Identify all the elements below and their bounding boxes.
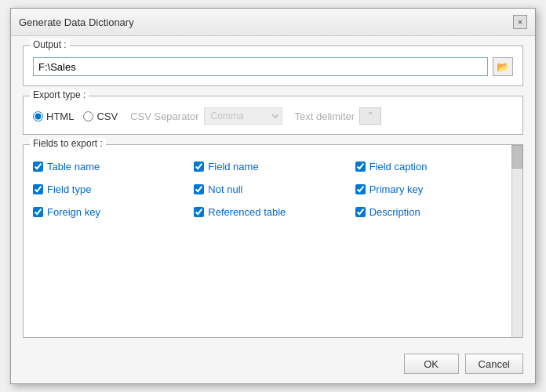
foreign-key-label: Foreign key <box>47 206 100 218</box>
description-checkbox[interactable] <box>355 207 366 217</box>
html-radio-label[interactable]: HTML <box>33 111 74 122</box>
format-radio-group: HTML CSV <box>33 111 118 122</box>
dialog-content: Output : 📂 Export type : HTML <box>11 36 535 347</box>
csv-radio-label[interactable]: CSV <box>83 111 118 122</box>
browse-folder-button[interactable]: 📂 <box>493 57 513 76</box>
field-caption-checkbox[interactable] <box>355 162 366 172</box>
description-label: Description <box>369 206 420 218</box>
scrollbar[interactable] <box>511 145 522 337</box>
table-name-label: Table name <box>47 161 100 172</box>
not-null-checkbox-label[interactable]: Not null <box>194 183 348 195</box>
title-bar: Generate Data Dictionary × <box>11 9 535 36</box>
csv-radio[interactable] <box>83 111 93 122</box>
output-row: 📂 <box>33 57 513 76</box>
scrollbar-thumb <box>511 145 522 169</box>
html-label: HTML <box>46 111 74 122</box>
export-type-content: HTML CSV CSV Separator Comma Text delimi… <box>33 107 513 125</box>
cancel-button[interactable]: Cancel <box>465 354 523 374</box>
export-type-label: Export type : <box>30 89 89 100</box>
close-button[interactable]: × <box>513 15 527 29</box>
field-type-checkbox[interactable] <box>33 184 43 194</box>
fields-export-group: Fields to export : Table name Field name… <box>23 144 523 338</box>
generate-data-dictionary-dialog: Generate Data Dictionary × Output : 📂 Ex… <box>10 8 536 384</box>
table-name-checkbox-label[interactable]: Table name <box>33 161 187 172</box>
referenced-table-checkbox-label[interactable]: Referenced table <box>194 206 348 218</box>
foreign-key-checkbox-label[interactable]: Foreign key <box>33 206 187 218</box>
foreign-key-checkbox[interactable] <box>33 207 43 217</box>
text-delimiter-group: Text delimiter <box>295 107 382 125</box>
field-type-checkbox-label[interactable]: Field type <box>33 183 187 195</box>
field-type-label: Field type <box>47 183 91 195</box>
referenced-table-checkbox[interactable] <box>194 207 204 217</box>
csv-separator-select[interactable]: Comma <box>204 107 282 125</box>
csv-label: CSV <box>96 111 118 122</box>
not-null-checkbox[interactable] <box>194 184 204 194</box>
dialog-title: Generate Data Dictionary <box>19 16 134 28</box>
output-label: Output : <box>30 39 70 50</box>
referenced-table-label: Referenced table <box>208 206 286 218</box>
primary-key-checkbox[interactable] <box>355 184 366 194</box>
primary-key-checkbox-label[interactable]: Primary key <box>355 183 510 195</box>
folder-icon: 📂 <box>497 61 509 73</box>
output-path-input[interactable] <box>33 57 488 76</box>
primary-key-label: Primary key <box>369 183 424 195</box>
field-name-checkbox[interactable] <box>194 162 204 172</box>
fields-grid: Table name Field name Field caption Fiel… <box>33 161 513 218</box>
text-delimiter-label: Text delimiter <box>295 111 355 122</box>
text-delimiter-input[interactable] <box>359 107 381 125</box>
table-name-checkbox[interactable] <box>33 162 43 172</box>
field-caption-label: Field caption <box>369 161 428 172</box>
fields-label: Fields to export : <box>30 138 106 149</box>
csv-separator-label: CSV Separator <box>130 111 198 122</box>
csv-separator-group: CSV Separator Comma <box>130 107 282 125</box>
not-null-label: Not null <box>208 183 242 195</box>
export-type-group: Export type : HTML CSV CSV Separator Co <box>23 96 523 135</box>
description-checkbox-label[interactable]: Description <box>355 206 510 218</box>
field-name-label: Field name <box>208 161 258 172</box>
output-group: Output : 📂 <box>23 45 523 86</box>
ok-button[interactable]: OK <box>404 354 459 374</box>
field-caption-checkbox-label[interactable]: Field caption <box>355 161 510 172</box>
html-radio[interactable] <box>33 111 43 122</box>
dialog-footer: OK Cancel <box>11 347 535 383</box>
field-name-checkbox-label[interactable]: Field name <box>194 161 348 172</box>
